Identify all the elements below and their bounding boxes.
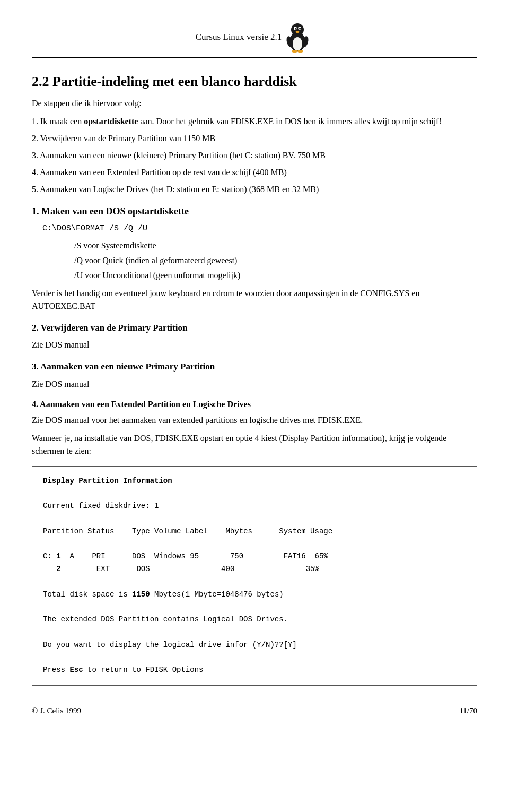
step-1: 1. Ik maak een opstartdiskette aan. Door… bbox=[32, 115, 477, 128]
terminal-col-headers: Partition Status Type Volume_Label Mbyte… bbox=[43, 525, 466, 538]
footer-page-number: 11/70 bbox=[459, 706, 477, 715]
svg-point-8 bbox=[292, 50, 298, 53]
section4-note: Wanneer je, na installatie van DOS, FDIS… bbox=[32, 432, 477, 457]
terminal-spacer3 bbox=[43, 576, 466, 589]
step-4: 4. Aanmaken van een Extended Partition o… bbox=[32, 166, 477, 179]
terminal-heading: Display Partition Information bbox=[43, 475, 466, 488]
section1-command: C:\DOS\FORMAT /S /Q /U bbox=[42, 223, 477, 235]
footer-copyright: © J. Celis 1999 bbox=[32, 706, 81, 715]
terminal-spacer2 bbox=[43, 538, 466, 550]
step-3: 3. Aanmaken van een nieuwe (kleinere) Pr… bbox=[32, 149, 477, 162]
terminal-extended-note: The extended DOS Partition contains Logi… bbox=[43, 614, 466, 626]
header-title: Cursus Linux versie 2.1 bbox=[196, 32, 282, 42]
section3-title: 3. Aanmaken van een nieuwe Primary Parti… bbox=[32, 360, 477, 374]
terminal-escape: Press Esc to return to FDISK Options bbox=[43, 664, 466, 677]
svg-point-5 bbox=[295, 28, 296, 29]
chapter-title: 2.2 Partitie-indeling met een blanco har… bbox=[32, 71, 477, 92]
section4-text: Zie DOS manual voor het aanmaken van ext… bbox=[32, 414, 477, 427]
terminal-line1 bbox=[43, 487, 466, 500]
terminal-spacer1 bbox=[43, 513, 466, 525]
terminal-spacer6 bbox=[43, 652, 466, 664]
step-2: 2. Verwijderen van de Primary Partition … bbox=[32, 132, 477, 145]
section4-title: 4. Aanmaken van een Extended Partition e… bbox=[32, 398, 477, 411]
main-content: 2.2 Partitie-indeling met een blanco har… bbox=[32, 71, 477, 686]
section1-title: 1. Maken van een DOS opstartdiskette bbox=[32, 204, 477, 219]
svg-point-6 bbox=[299, 28, 301, 29]
terminal-spacer5 bbox=[43, 626, 466, 639]
svg-point-1 bbox=[293, 37, 303, 50]
terminal-current-drive: Current fixed diskdrive: 1 bbox=[43, 500, 466, 513]
section3-text: Zie DOS manual bbox=[32, 378, 477, 391]
step-5: 5. Aanmaken van Logische Drives (het D: … bbox=[32, 183, 477, 196]
svg-point-7 bbox=[296, 31, 300, 33]
section1-option2: /Q voor Quick (indien al geformateerd ge… bbox=[74, 254, 477, 267]
section1-note: Verder is het handig om eventueel jouw k… bbox=[32, 287, 477, 313]
terminal-row1: C: 1 A PRI DOS Windows_95 750 FAT16 65% bbox=[43, 550, 466, 563]
page-footer: © J. Celis 1999 11/70 bbox=[32, 703, 477, 715]
terminal-box: Display Partition Information Current fi… bbox=[32, 466, 477, 686]
section2-text: Zie DOS manual bbox=[32, 339, 477, 351]
svg-point-2 bbox=[291, 23, 304, 36]
svg-point-9 bbox=[297, 50, 303, 53]
chapter-intro: De stappen die ik hiervoor volg: bbox=[32, 97, 477, 110]
page-header: Cursus Linux versie 2.1 bbox=[32, 21, 477, 58]
terminal-prompt: Do you want to display the logical drive… bbox=[43, 639, 466, 652]
page-container: Cursus Linux versie 2.1 2 bbox=[0, 0, 509, 726]
section1-option1: /S voor Systeemdiskette bbox=[74, 239, 477, 252]
tux-logo bbox=[282, 21, 313, 53]
section2-title: 2. Verwijderen van de Primary Partition bbox=[32, 321, 477, 335]
terminal-total: Total disk space is 1150 Mbytes(1 Mbyte=… bbox=[43, 589, 466, 601]
terminal-spacer4 bbox=[43, 601, 466, 614]
section1-option3: /U voor Unconditional (geen unformat mog… bbox=[74, 269, 477, 282]
terminal-row2: 2 EXT DOS 400 35% bbox=[43, 563, 466, 576]
